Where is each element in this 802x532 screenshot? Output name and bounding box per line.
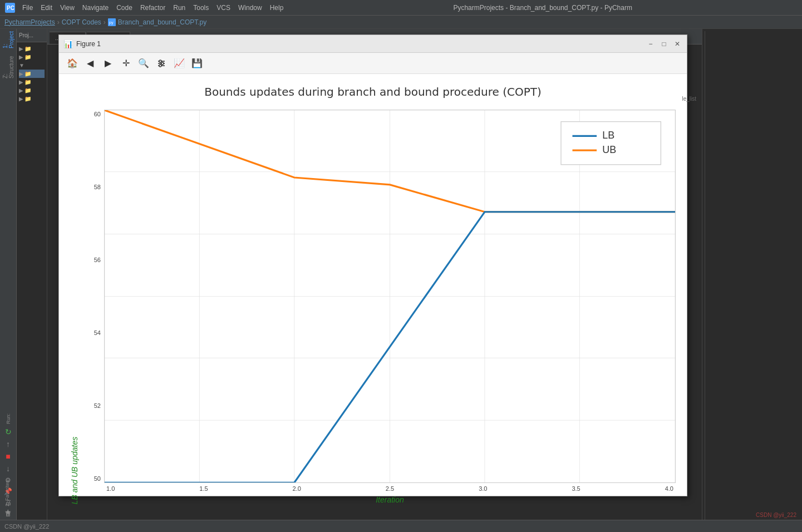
figure-title: Figure 1	[76, 40, 642, 48]
run-refresh-button[interactable]: ↻	[5, 427, 12, 436]
home-button[interactable]: 🏠	[65, 56, 80, 71]
x-tick-4: 4.0	[665, 485, 673, 492]
x-tick-25: 2.5	[386, 485, 394, 492]
pan-button[interactable]: ✛	[118, 56, 134, 71]
menu-edit[interactable]: Edit	[37, 3, 56, 13]
svg-text:PC: PC	[7, 5, 14, 11]
config-button[interactable]	[154, 56, 169, 71]
chart-area: LB and UB updates 60 58 56 54 52 50	[70, 110, 676, 504]
y-axis-label: LB and UB updates	[70, 110, 79, 504]
x-axis-label: Iteration	[376, 495, 404, 504]
file-icon: py	[108, 18, 116, 26]
sidebar-item-project[interactable]: 1: Project	[1, 32, 16, 47]
menu-tools[interactable]: Tools	[190, 3, 212, 13]
legend-ub-text: UB	[602, 144, 616, 155]
menu-vcs[interactable]: VCS	[213, 3, 234, 13]
figure-content: Bounds updates during branch and bound p…	[59, 74, 687, 496]
breadcrumb-sep1: ›	[57, 18, 60, 26]
chart-with-axes: 60 58 56 54 52 50	[82, 110, 676, 504]
y-tick-50: 50	[94, 475, 101, 482]
figure-icon: 📊	[63, 40, 73, 48]
y-tick-58: 58	[94, 184, 101, 190]
chart-svg: LB UB	[105, 110, 675, 482]
favorites-sidebar-item[interactable]: 2: Favorites	[0, 479, 14, 508]
x-tick-35: 3.5	[572, 485, 580, 492]
figure-titlebar: 📊 Figure 1 − □ ✕	[59, 35, 687, 53]
minimize-button[interactable]: −	[646, 39, 656, 49]
y-tick-56: 56	[94, 257, 101, 263]
breadcrumb-sep2: ›	[104, 18, 106, 26]
figure-toolbar: 🏠 ◀ ▶ ✛ 🔍 📈 💾	[59, 53, 687, 74]
breadcrumb-part1[interactable]: PycharmProjects	[4, 18, 55, 26]
breadcrumb-part2[interactable]: COPT Codes	[62, 18, 101, 26]
x-tick-1: 1.0	[106, 485, 115, 492]
legend-box	[561, 122, 661, 165]
chart-title: Bounds updates during branch and bound p…	[204, 85, 542, 98]
breadcrumb-file: Branch_and_bound_COPT.py	[118, 18, 206, 26]
close-button[interactable]: ✕	[672, 39, 682, 49]
watermark: CSDN @yii_222	[756, 512, 796, 518]
run-down-button[interactable]: ↓	[6, 464, 10, 473]
menu-code[interactable]: Code	[113, 3, 136, 13]
config-icon	[157, 59, 166, 68]
figure-window: 📊 Figure 1 − □ ✕ 🏠 ◀ ▶ ✛ 🔍	[58, 35, 687, 496]
breadcrumb-part3[interactable]: py Branch_and_bound_COPT.py	[108, 18, 206, 26]
menu-help[interactable]: Help	[267, 3, 287, 13]
svg-text:py: py	[109, 21, 114, 25]
back-button[interactable]: ◀	[82, 56, 98, 71]
menu-refactor[interactable]: Refactor	[137, 3, 169, 13]
menu-navigate[interactable]: Navigate	[79, 3, 112, 13]
content-area: ...lu.py ✕ pydevd... ✕ 📊 Figure 1 − □ ✕ …	[47, 29, 702, 532]
y-tick-52: 52	[94, 402, 101, 409]
breadcrumb-bar: PycharmProjects › COPT Codes › py Branch…	[0, 16, 802, 29]
sidebar-item-structure[interactable]: Z: Structure	[1, 60, 16, 75]
x-tick-3: 3.0	[479, 485, 487, 492]
x-tick-15: 1.5	[199, 485, 208, 492]
right-label: le_list	[682, 96, 696, 102]
x-tick-2: 2.0	[293, 485, 301, 492]
chart-inner: 60 58 56 54 52 50	[82, 110, 676, 483]
app-title: PycharmProjects - Branch_and_bound_COPT.…	[288, 4, 798, 12]
y-tick-54: 54	[94, 329, 101, 336]
svg-point-7	[159, 60, 161, 62]
legend-lb-text: LB	[602, 130, 614, 141]
star-icon: ★	[4, 508, 12, 516]
maximize-button[interactable]: □	[659, 39, 669, 49]
status-text: CSDN @yii_222	[4, 523, 49, 530]
run-up-button[interactable]: ↑	[6, 440, 10, 449]
main-layout: 1: Project Z: Structure Proj... ▶📁 ▶📁 ▼ …	[0, 29, 802, 532]
svg-point-9	[159, 65, 161, 67]
menu-run[interactable]: Run	[170, 3, 189, 13]
save-button[interactable]: 💾	[189, 56, 205, 71]
x-ticks: 1.0 1.5 2.0 2.5 3.0 3.5 4.0	[104, 485, 676, 492]
right-sidebar	[702, 29, 802, 532]
menu-bar: PC File Edit View Navigate Code Refactor…	[0, 0, 802, 16]
app-icon: PC	[4, 2, 16, 13]
project-panel: Proj... ▶📁 ▶📁 ▼ ▶📁 ▶📁 ▶📁 ▶📁	[17, 29, 47, 532]
menu-file[interactable]: File	[19, 3, 36, 13]
x-axis-area: 1.0 1.5 2.0 2.5 3.0 3.5 4.0	[104, 483, 676, 492]
svg-point-8	[161, 62, 164, 65]
forward-button[interactable]: ▶	[100, 56, 116, 71]
x-axis-label-area: Iteration	[104, 495, 676, 504]
y-tick-60: 60	[94, 111, 101, 117]
zoom-button[interactable]: 🔍	[136, 56, 151, 71]
y-ticks: 60 58 56 54 52 50	[82, 110, 104, 483]
run-label: Run:	[6, 413, 11, 424]
chart-button[interactable]: 📈	[171, 56, 187, 71]
run-stop-button[interactable]: ■	[6, 452, 10, 461]
status-bar: CSDN @yii_222	[0, 520, 802, 532]
menu-window[interactable]: Window	[235, 3, 265, 13]
menu-view[interactable]: View	[57, 3, 78, 13]
plot-area: LB UB	[104, 110, 676, 483]
